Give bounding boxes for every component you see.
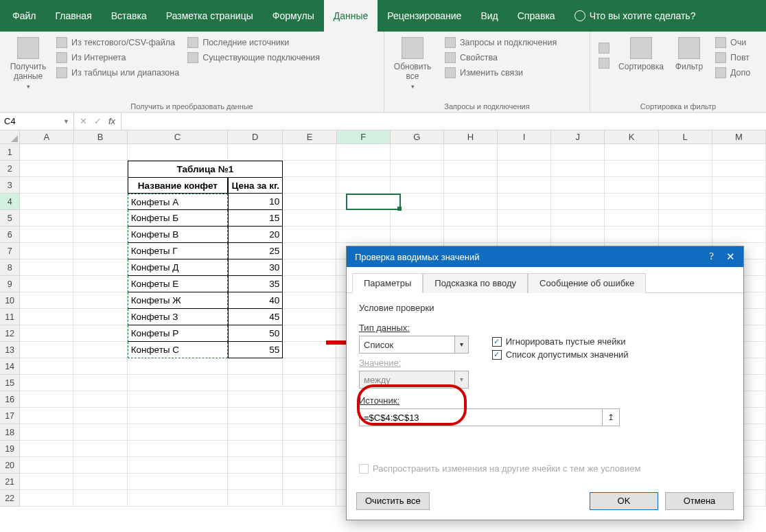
- cell[interactable]: [283, 358, 336, 375]
- cell[interactable]: [659, 144, 712, 161]
- dropdown-icon[interactable]: ▼: [63, 118, 69, 125]
- cell[interactable]: [228, 375, 283, 391]
- cell[interactable]: [551, 210, 605, 227]
- cell[interactable]: [283, 490, 336, 507]
- cell[interactable]: [283, 177, 336, 194]
- cell[interactable]: [712, 161, 766, 177]
- clear-filter-button[interactable]: Очи: [712, 36, 753, 49]
- cell[interactable]: [128, 490, 228, 507]
- cell[interactable]: [336, 177, 390, 194]
- cell[interactable]: [444, 177, 498, 194]
- cell[interactable]: [283, 259, 336, 276]
- cell[interactable]: [283, 194, 336, 210]
- cell[interactable]: [444, 161, 498, 177]
- ignore-blank-checkbox[interactable]: ✓Игнорировать пустые ячейки: [492, 336, 629, 347]
- col-header[interactable]: H: [444, 130, 498, 143]
- price-cell[interactable]: 25: [228, 243, 283, 259]
- cell[interactable]: [73, 391, 127, 408]
- cell[interactable]: [20, 342, 73, 358]
- cell[interactable]: [283, 441, 336, 457]
- row-header[interactable]: 8: [0, 259, 20, 276]
- cell[interactable]: [228, 424, 283, 441]
- refresh-all-button[interactable]: Обновить все: [390, 34, 435, 100]
- row-header[interactable]: 1: [0, 144, 20, 161]
- price-cell[interactable]: 10: [228, 194, 283, 210]
- cell[interactable]: [283, 227, 336, 243]
- dialog-titlebar[interactable]: Проверка вводимых значений ?✕: [347, 246, 743, 267]
- cell[interactable]: [283, 161, 336, 177]
- candy-name-cell[interactable]: Конфеты А: [128, 194, 228, 210]
- clear-all-button[interactable]: Очистить все: [356, 492, 430, 510]
- cell[interactable]: [20, 457, 73, 474]
- price-cell[interactable]: 30: [228, 259, 283, 276]
- col-header[interactable]: K: [605, 130, 658, 143]
- cell[interactable]: [551, 194, 605, 210]
- cell[interactable]: [228, 441, 283, 457]
- row-header[interactable]: 19: [0, 441, 20, 457]
- cell[interactable]: [228, 490, 283, 507]
- cell[interactable]: [659, 210, 712, 227]
- cell[interactable]: [73, 424, 127, 441]
- select-all-corner[interactable]: [0, 130, 20, 143]
- from-web-button[interactable]: Из Интернета: [54, 51, 182, 65]
- row-header[interactable]: 14: [0, 358, 20, 375]
- cell[interactable]: [73, 490, 127, 507]
- cell[interactable]: [20, 490, 73, 507]
- row-header[interactable]: 4: [0, 194, 20, 210]
- cell[interactable]: [391, 177, 444, 194]
- cell[interactable]: [283, 391, 336, 408]
- source-input[interactable]: [359, 408, 603, 426]
- cell[interactable]: [605, 227, 658, 243]
- row-header[interactable]: 13: [0, 342, 20, 358]
- name-box[interactable]: C4▼: [0, 113, 74, 130]
- cell[interactable]: [228, 457, 283, 474]
- table-title[interactable]: Таблица №1: [128, 161, 283, 177]
- cell[interactable]: [73, 342, 127, 358]
- cell[interactable]: [605, 161, 658, 177]
- cell[interactable]: [444, 210, 498, 227]
- candy-name-cell[interactable]: Конфеты Б: [128, 210, 228, 227]
- cell[interactable]: [336, 210, 390, 227]
- row-header[interactable]: 9: [0, 276, 20, 292]
- tab-review[interactable]: Рецензирование: [378, 0, 471, 32]
- cell[interactable]: [20, 144, 73, 161]
- advanced-button[interactable]: Допо: [712, 66, 753, 80]
- row-header[interactable]: 20: [0, 457, 20, 474]
- tab-tellme[interactable]: Что вы хотите сделать?: [565, 0, 706, 32]
- tab-help[interactable]: Справка: [508, 0, 565, 32]
- cell[interactable]: [20, 309, 73, 325]
- cell[interactable]: [73, 375, 127, 391]
- cell[interactable]: [128, 441, 228, 457]
- row-header[interactable]: 3: [0, 177, 20, 194]
- cell[interactable]: [73, 259, 127, 276]
- row-header[interactable]: 16: [0, 391, 20, 408]
- help-icon[interactable]: ?: [709, 251, 714, 263]
- price-cell[interactable]: 50: [228, 325, 283, 342]
- cell[interactable]: [283, 375, 336, 391]
- tab-page-layout[interactable]: Разметка страницы: [156, 0, 263, 32]
- cell[interactable]: [283, 474, 336, 490]
- cell[interactable]: [20, 424, 73, 441]
- cell[interactable]: [498, 144, 551, 161]
- price-cell[interactable]: 20: [228, 227, 283, 243]
- cell[interactable]: [712, 144, 766, 161]
- cell[interactable]: [128, 391, 228, 408]
- row-header[interactable]: 5: [0, 210, 20, 227]
- queries-conn-button[interactable]: Запросы и подключения: [442, 36, 559, 49]
- row-header[interactable]: 21: [0, 474, 20, 490]
- cell[interactable]: [128, 474, 228, 490]
- cell[interactable]: [73, 325, 127, 342]
- price-cell[interactable]: 35: [228, 276, 283, 292]
- col-header[interactable]: B: [74, 130, 128, 143]
- from-range-button[interactable]: Из таблицы или диапазона: [54, 66, 182, 80]
- cell[interactable]: [391, 161, 444, 177]
- cell[interactable]: [20, 358, 73, 375]
- candy-name-cell[interactable]: Конфеты Г: [128, 243, 228, 259]
- tab-data[interactable]: Данные: [324, 0, 378, 32]
- cell[interactable]: [20, 177, 73, 194]
- col-header[interactable]: J: [551, 130, 605, 143]
- from-csv-button[interactable]: Из текстового/CSV-файла: [54, 36, 182, 49]
- cell[interactable]: [73, 441, 127, 457]
- dropdown-icon[interactable]: ▾: [454, 336, 468, 353]
- row-header[interactable]: 10: [0, 292, 20, 309]
